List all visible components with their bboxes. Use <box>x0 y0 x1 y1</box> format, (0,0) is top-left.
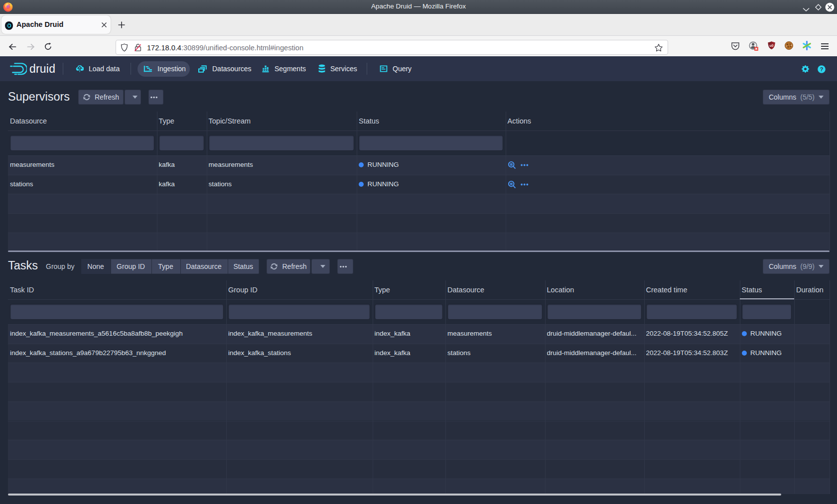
svg-text:?: ? <box>820 66 824 72</box>
svg-text:u0: u0 <box>769 44 773 47</box>
